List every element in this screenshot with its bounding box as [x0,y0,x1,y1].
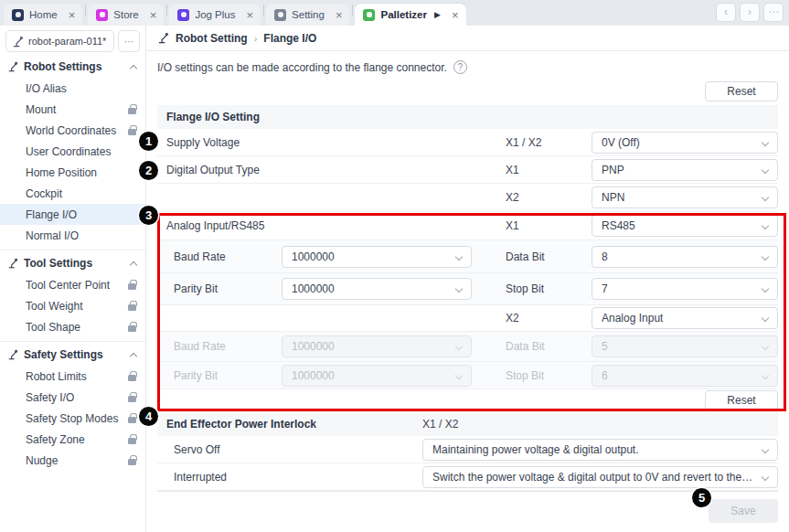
field-label: Baud Rate [174,250,226,263]
close-icon[interactable]: × [69,9,76,21]
palletizer-app-icon [363,9,375,21]
select-value: 6 [602,369,608,382]
x1-baud-data-row: Baud Rate 1000000 Data Bit 8 [157,240,778,273]
reset-all-button[interactable]: Reset [705,81,778,101]
close-icon[interactable]: × [336,9,343,21]
select-value: Analog Input [602,312,663,325]
select-value: 1000000 [292,369,335,382]
sidebar-item-safety-io[interactable]: Safety I/O [0,387,145,408]
close-icon[interactable]: × [452,9,459,21]
x1-baud-rate-select[interactable]: 1000000 [282,246,472,268]
sidebar-section-tool-settings[interactable]: Tool Settings [0,252,145,274]
sidebar-item-world-coordinates[interactable]: World Coordinates [0,120,145,141]
digital-output-x2-row: X2 NPN [157,184,778,212]
item-label: Nudge [26,454,128,467]
tab-store[interactable]: Store × [88,4,164,26]
param-selector[interactable]: robot-param-011* [5,30,114,52]
sidebar-section-safety-settings[interactable]: Safety Settings [0,344,145,366]
lock-icon [128,304,136,311]
sidebar-item-tool-weight[interactable]: Tool Weight [0,295,145,316]
digital-output-x2-select[interactable]: NPN [592,186,778,208]
analog-x2-select[interactable]: Analog Input [592,307,778,329]
sidebar-item-safety-stop-modes[interactable]: Safety Stop Modes [0,408,145,429]
analog-x1-row: Analog Input/RS485 X1 RS485 [157,212,778,240]
sidebar-item-io-alias[interactable]: I/O Alias [0,78,145,99]
tab-home[interactable]: Home × [4,4,82,26]
chevron-down-icon [762,473,769,480]
port-label: X2 [506,191,519,204]
sidebar-item-tool-shape[interactable]: Tool Shape [0,316,145,337]
robot-icon [12,36,24,48]
x1-data-bit-select[interactable]: 8 [592,246,778,268]
robot-icon [7,61,18,72]
chevron-down-icon [762,285,769,293]
sidebar-item-flange-io[interactable]: Flange I/O [0,204,145,225]
sidebar-item-tool-center-point[interactable]: Tool Center Point [0,274,145,295]
breadcrumb-current: Flange I/O [263,32,316,45]
select-value: 1000000 [292,282,335,295]
close-icon[interactable]: × [246,9,253,21]
table-section-header: Flange I/O Setting [157,105,778,129]
chevron-down-icon [762,445,769,452]
x1-parity-bit-select[interactable]: 1000000 [282,278,472,300]
sidebar-item-cockpit[interactable]: Cockpit [0,183,145,204]
chevron-up-icon [130,64,137,71]
tab-separator [352,5,353,16]
field-label: Parity Bit [174,282,218,295]
tab-palletizer[interactable]: Palletizer ▶ × [355,4,465,26]
servo-off-row: Servo Off Maintaining power voltage & di… [157,436,778,463]
sidebar-item-nudge[interactable]: Nudge [0,450,145,471]
item-label: User Coordinates [26,145,136,158]
item-label: Safety Stop Modes [26,412,128,425]
item-label: Home Position [26,166,136,179]
x1-parity-stop-row: Parity Bit 1000000 Stop Bit 7 [157,273,778,305]
item-label: I/O Alias [26,82,136,95]
analog-reset-button[interactable]: Reset [705,390,778,410]
chevron-up-icon [130,261,137,268]
item-label: Robot Limits [26,370,128,383]
section-title: Flange I/O Setting [166,111,260,123]
setting-app-icon [274,9,286,21]
sidebar-item-safety-zone[interactable]: Safety Zone [0,429,145,450]
tabs-back-button[interactable]: ‹ [716,3,736,22]
lock-icon [128,396,136,402]
tab-label: Home [29,9,58,20]
row-label: End Effector Power Interlock [166,418,316,431]
close-icon[interactable]: × [150,9,157,21]
servo-off-select[interactable]: Maintaining power voltage & digital outp… [422,439,778,461]
interrupted-select[interactable]: Switch the power voltage & digital outpu… [422,466,778,488]
save-button[interactable]: Save [709,499,778,523]
sidebar-item-robot-limits[interactable]: Robot Limits [0,366,145,387]
chevron-down-icon [455,343,463,350]
analog-x1-select[interactable]: RS485 [592,215,778,237]
row-label: Servo Off [174,443,219,456]
help-icon[interactable]: ? [453,60,467,74]
supply-voltage-select[interactable]: 0V (Off) [592,132,778,154]
tab-jog-plus[interactable]: Jog Plus × [169,4,261,26]
breadcrumb-separator-icon: › [254,33,258,44]
chevron-down-icon [455,285,463,293]
sidebar-item-mount[interactable]: Mount [0,99,145,120]
tabs-more-button[interactable]: ⋯ [763,3,784,22]
sidebar-item-normal-io[interactable]: Normal I/O [0,225,145,246]
select-value: NPN [602,191,624,204]
section-label: Robot Settings [24,60,125,73]
sidebar-item-home-position[interactable]: Home Position [0,162,145,183]
tabs-forward-button[interactable]: › [740,3,760,22]
settings-sidebar: robot-param-011* ⋯ Robot Settings I/O Al… [0,26,146,532]
row-label: Analog Input/RS485 [166,219,264,232]
breadcrumb-parent[interactable]: Robot Setting [176,32,248,45]
sidebar-item-user-coordinates[interactable]: User Coordinates [0,141,145,162]
supply-voltage-row: Supply Voltage X1 / X2 0V (Off) [157,129,778,156]
x1-stop-bit-select[interactable]: 7 [592,278,778,300]
digital-output-x1-select[interactable]: PNP [592,159,778,181]
param-more-button[interactable]: ⋯ [118,30,140,52]
jog-plus-app-icon [177,9,189,21]
flange-io-table: Flange I/O Setting Supply Voltage X1 / X… [157,105,778,491]
chevron-down-icon [762,343,769,350]
play-icon[interactable]: ▶ [434,10,441,19]
sidebar-section-robot-settings[interactable]: Robot Settings [0,56,145,78]
tab-setting[interactable]: Setting × [266,4,349,26]
section-label: Tool Settings [24,257,125,270]
tab-nav-controls: ‹ › ⋯ [716,3,784,22]
